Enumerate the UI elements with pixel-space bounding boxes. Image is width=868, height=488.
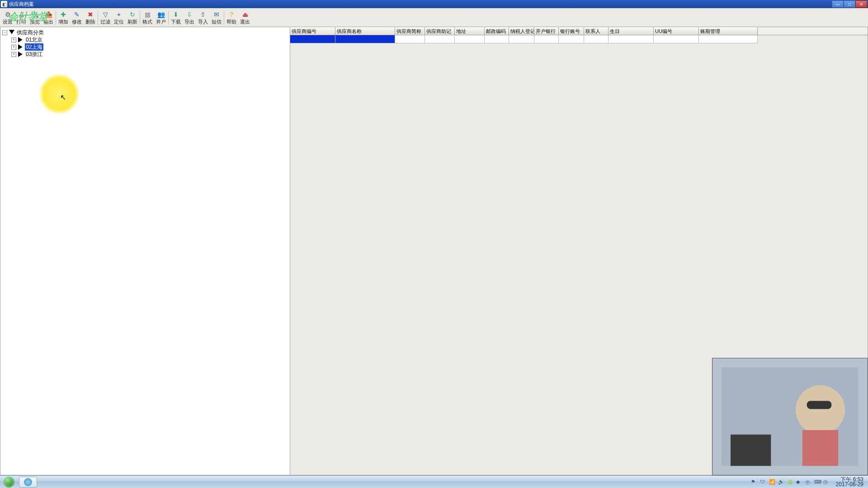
tree-item[interactable]: +01北京 — [11, 36, 288, 43]
toolbar-label: 输出 — [43, 19, 53, 24]
toolbar-sms-button[interactable]: ✉短信 — [210, 9, 223, 27]
click-highlight — [39, 74, 80, 114]
webcam-overlay — [712, 358, 868, 475]
grid-cell[interactable] — [395, 35, 425, 43]
toolbar-label: 设置 — [3, 19, 13, 24]
tray-safe-icon[interactable]: ◆ — [796, 479, 802, 485]
windows-orb-icon — [4, 477, 14, 488]
grid-header: 供应商编号供应商名称供应商简称供应商助记地址邮政编码纳税人登记开户银行银行账号联… — [290, 27, 868, 35]
collapse-icon[interactable]: − — [2, 30, 7, 35]
delete-icon: ✖ — [86, 10, 94, 19]
column-header[interactable]: 邮政编码 — [485, 27, 509, 35]
grid-cell[interactable] — [584, 35, 609, 43]
toolbar-refresh-button[interactable]: ↻刷新 — [126, 9, 139, 27]
tree-item-label: 02上海 — [25, 43, 43, 51]
tree-item-label: 03浙江 — [25, 51, 43, 58]
tray-bat-icon[interactable]: 🔋 — [787, 479, 793, 485]
tray-net-icon[interactable]: 📶 — [769, 479, 775, 485]
column-header[interactable]: 供应商助记 — [425, 27, 455, 35]
expand-icon[interactable]: + — [11, 38, 16, 42]
tray-flag-icon[interactable]: ⚑ — [751, 479, 757, 485]
grid-cell[interactable] — [559, 35, 584, 43]
grid-cell[interactable] — [699, 35, 758, 43]
refresh-icon: ↻ — [128, 10, 137, 19]
toolbar-format-button[interactable]: ▦格式 — [141, 9, 154, 27]
column-header[interactable]: 地址 — [455, 27, 485, 35]
sms-icon: ✉ — [212, 10, 221, 19]
toolbar-label: 打印 — [16, 19, 26, 24]
format-icon: ▦ — [143, 10, 151, 19]
grid-cell[interactable] — [425, 35, 455, 43]
grid-cell[interactable] — [534, 35, 559, 43]
toolbar-output-button[interactable]: 📤输出 — [42, 9, 55, 27]
window-title: 供应商档案 — [9, 1, 832, 8]
expand-icon[interactable]: + — [11, 52, 16, 57]
toolbar-label: 导出 — [184, 19, 194, 24]
toolbar-separator — [224, 11, 224, 25]
tree-root[interactable]: − 供应商分类 — [2, 29, 288, 36]
exit-icon: ⏏ — [241, 10, 249, 19]
toolbar-print-button[interactable]: 🖨打印 — [14, 9, 28, 27]
grid-cell[interactable] — [609, 35, 654, 43]
tray-ime-icon[interactable]: ㊥ — [805, 479, 811, 485]
node-icon — [18, 44, 24, 50]
column-header[interactable]: 纳税人登记 — [509, 27, 534, 35]
tray-clock[interactable]: 下午 6:53 2017-06-29 — [833, 477, 866, 487]
column-header[interactable]: 供应商编号 — [290, 27, 335, 35]
toolbar-label: 定位 — [114, 19, 124, 24]
grid-cell[interactable] — [335, 35, 395, 43]
grid-cell[interactable] — [485, 35, 509, 43]
toolbar-label: 退出 — [240, 19, 250, 24]
grid-row[interactable] — [290, 35, 868, 43]
column-header[interactable]: 账期管理 — [699, 27, 758, 35]
toolbar-separator — [56, 11, 56, 25]
tray-shield-icon[interactable]: 🛡 — [760, 479, 766, 485]
column-header[interactable]: 供应商简称 — [395, 27, 425, 35]
export-icon: ⇩ — [185, 10, 193, 19]
close-button[interactable]: ✕ — [855, 0, 867, 8]
column-header[interactable]: 生日 — [609, 27, 654, 35]
toolbar-modify-button[interactable]: ✎修改 — [70, 9, 84, 27]
tray-kb-icon[interactable]: ⌨ — [814, 479, 821, 485]
taskbar-app[interactable] — [19, 477, 37, 488]
tree-item[interactable]: +02上海 — [11, 43, 288, 51]
add-icon: ✚ — [59, 10, 67, 19]
column-header[interactable]: 供应商名称 — [335, 27, 395, 35]
grid-cell[interactable] — [290, 35, 335, 43]
locate-icon: ⌖ — [115, 10, 123, 19]
tree-root-label: 供应商分类 — [16, 29, 45, 36]
toolbar-preview-button[interactable]: 🔍预览 — [28, 9, 42, 27]
toolbar-help-button[interactable]: ?帮助 — [225, 9, 238, 27]
column-header[interactable]: UU编号 — [654, 27, 699, 35]
toolbar-delete-button[interactable]: ✖删除 — [84, 9, 97, 27]
column-header[interactable]: 银行账号 — [559, 27, 584, 35]
print-icon: 🖨 — [17, 10, 25, 19]
toolbar-download-button[interactable]: ⬇下载 — [169, 9, 183, 27]
start-button[interactable] — [0, 476, 18, 488]
toolbar-import-button[interactable]: ⇧导入 — [196, 9, 210, 27]
toolbar-label: 修改 — [72, 19, 82, 24]
grid-cell[interactable] — [455, 35, 485, 43]
minimize-button[interactable]: — — [832, 0, 844, 8]
grid-cell[interactable] — [654, 35, 699, 43]
preview-icon: 🔍 — [31, 10, 39, 19]
toolbar-settings-button[interactable]: ⚙设置 — [1, 9, 14, 27]
toolbar-locate-button[interactable]: ⌖定位 — [112, 9, 126, 27]
toolbar-filter-button[interactable]: ▽过滤 — [99, 9, 112, 27]
toolbar: ⚙设置🖨打印🔍预览📤输出✚增加✎修改✖删除▽过滤⌖定位↻刷新▦格式👥并户⬇下载⇩… — [0, 8, 868, 27]
toolbar-export-button[interactable]: ⇩导出 — [183, 9, 196, 27]
toolbar-label: 短信 — [212, 19, 222, 24]
toolbar-open-card-button[interactable]: 👥并户 — [154, 9, 168, 27]
tree-item[interactable]: +03浙江 — [11, 51, 288, 58]
maximize-button[interactable]: □ — [844, 0, 855, 8]
toolbar-add-button[interactable]: ✚增加 — [57, 9, 70, 27]
tray-clock-icon[interactable]: ◷ — [823, 479, 830, 485]
output-icon: 📤 — [44, 10, 52, 19]
toolbar-exit-button[interactable]: ⏏退出 — [238, 9, 252, 27]
tray-vol-icon[interactable]: 🔊 — [778, 479, 784, 485]
column-header[interactable]: 开户银行 — [534, 27, 559, 35]
grid-cell[interactable] — [509, 35, 534, 43]
expand-icon[interactable]: + — [11, 45, 16, 50]
column-header[interactable]: 联系人 — [584, 27, 609, 35]
window-controls: — □ ✕ — [832, 0, 867, 8]
